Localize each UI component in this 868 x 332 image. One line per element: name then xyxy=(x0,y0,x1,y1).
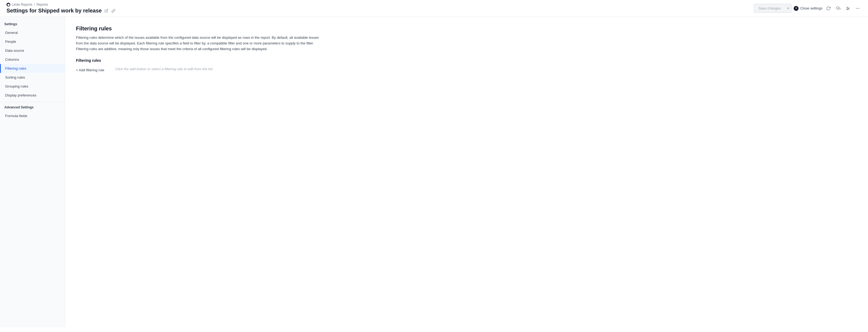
close-settings-label: Close settings xyxy=(800,6,823,10)
sidebar-item-label: Columns xyxy=(5,58,19,62)
refresh-button[interactable] xyxy=(825,5,832,12)
sidebar-item-data-source[interactable]: Data source xyxy=(0,46,65,55)
sidebar-item-display-preferences[interactable]: Display preferences xyxy=(0,91,65,100)
breadcrumb-current-link[interactable]: Reports xyxy=(37,3,48,6)
svg-point-8 xyxy=(847,9,848,10)
sidebar-item-label: Data source xyxy=(5,48,24,53)
filtering-rules-section: + Add filtering rule Click the add butto… xyxy=(76,67,857,73)
header-actions: Save changes ▾ ✕ Close settings xyxy=(754,4,862,13)
breadcrumb-area: ⬤ Limbr Reports / Reports Settings for S… xyxy=(6,3,116,14)
app-icon: ⬤ xyxy=(6,3,10,6)
main-layout: Settings General People Data source Colu… xyxy=(0,17,868,327)
sidebar-item-label: Formula fields xyxy=(5,114,27,118)
more-options-button[interactable] xyxy=(854,5,862,12)
sidebar-item-formula-fields[interactable]: Formula fields xyxy=(0,111,65,120)
sidebar-item-columns[interactable]: Columns xyxy=(0,55,65,64)
content-description: Filtering rules determine which of the i… xyxy=(76,35,320,52)
close-settings-button[interactable]: ✕ Close settings xyxy=(794,6,823,11)
close-icon: ✕ xyxy=(794,6,799,11)
link-icon xyxy=(112,9,115,13)
page-title-area: Settings for Shipped work by release xyxy=(6,8,116,14)
sidebar-item-label: Filtering rules xyxy=(5,66,26,70)
svg-point-10 xyxy=(858,8,858,9)
save-chevron-button[interactable]: ▾ xyxy=(785,4,792,13)
sidebar-item-label: Display preferences xyxy=(5,93,36,97)
refresh-icon xyxy=(826,6,831,10)
sidebar-item-label: People xyxy=(5,40,16,44)
save-changes-button[interactable]: Save changes xyxy=(754,4,785,13)
sidebar-item-label: Grouping rules xyxy=(5,84,28,88)
content-area: Filtering rules Filtering rules determin… xyxy=(65,17,868,327)
breadcrumb-separator: / xyxy=(34,3,35,6)
page-title: Settings for Shipped work by release xyxy=(6,8,102,14)
svg-point-9 xyxy=(856,8,857,9)
settings-section-title: Settings xyxy=(0,21,65,28)
add-filtering-rule-button[interactable]: + Add filtering rule xyxy=(76,67,104,73)
svg-line-0 xyxy=(106,9,108,11)
external-link-icon xyxy=(104,9,108,13)
more-horizontal-icon xyxy=(856,6,860,10)
svg-point-7 xyxy=(848,8,849,9)
sliders-icon xyxy=(846,6,850,10)
sidebar: Settings General People Data source Colu… xyxy=(0,17,65,327)
sidebar-item-label: General xyxy=(5,31,18,35)
sidebar-item-filtering-rules[interactable]: Filtering rules xyxy=(0,64,65,73)
save-button-group: Save changes ▾ xyxy=(754,4,792,13)
sidebar-item-people[interactable]: People xyxy=(0,37,65,46)
breadcrumb-app-link[interactable]: Limbr Reports xyxy=(12,3,32,6)
top-header: ⬤ Limbr Reports / Reports Settings for S… xyxy=(0,0,868,17)
filter-settings-button[interactable] xyxy=(844,5,852,12)
breadcrumb: ⬤ Limbr Reports / Reports xyxy=(6,3,116,6)
sidebar-item-grouping-rules[interactable]: Grouping rules xyxy=(0,82,65,91)
copy-link-button[interactable] xyxy=(111,8,116,13)
external-link-button[interactable] xyxy=(104,8,109,13)
svg-point-11 xyxy=(859,8,859,9)
content-title: Filtering rules xyxy=(76,26,857,32)
upload-button[interactable] xyxy=(834,5,842,12)
section-subtitle: Filtering rules xyxy=(76,58,857,63)
advanced-section-title: Advanced Settings xyxy=(0,104,65,111)
sidebar-item-general[interactable]: General xyxy=(0,28,65,37)
sidebar-item-sorting-rules[interactable]: Sorting rules xyxy=(0,73,65,82)
empty-state-text: Click the add button or select a filteri… xyxy=(115,67,214,71)
svg-point-6 xyxy=(847,7,848,8)
sidebar-item-label: Sorting rules xyxy=(5,75,25,79)
upload-icon xyxy=(836,6,840,10)
